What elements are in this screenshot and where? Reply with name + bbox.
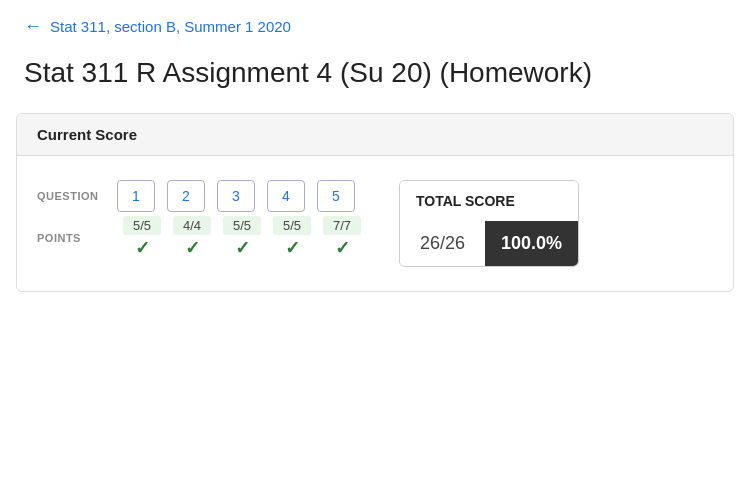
- questions-table: QUESTION 1 2 3 4 5 POINTS 5/5 ✓ 4/4 ✓ 5/…: [37, 180, 367, 259]
- breadcrumb[interactable]: Stat 311, section B, Summer 1 2020: [50, 18, 291, 35]
- score-section: Current Score QUESTION 1 2 3 4 5 POINTS …: [16, 113, 734, 292]
- checkmark-3: ✓: [235, 237, 250, 259]
- question-cell-2[interactable]: 2: [167, 180, 205, 212]
- question-cell-5[interactable]: 5: [317, 180, 355, 212]
- page-title: Stat 311 R Assignment 4 (Su 20) (Homewor…: [0, 45, 750, 113]
- score-section-header: Current Score: [17, 114, 733, 156]
- points-value-2: 4/4: [173, 216, 211, 235]
- score-fraction: 26/26: [400, 221, 485, 266]
- total-score-value-row: 26/26 100.0%: [400, 221, 578, 266]
- checkmark-2: ✓: [185, 237, 200, 259]
- points-value-4: 5/5: [273, 216, 311, 235]
- question-cell-1[interactable]: 1: [117, 180, 155, 212]
- back-arrow-icon[interactable]: ←: [24, 16, 42, 37]
- checkmark-4: ✓: [285, 237, 300, 259]
- question-cell-4[interactable]: 4: [267, 180, 305, 212]
- total-score-box: TOTAL SCORE 26/26 100.0%: [399, 180, 579, 267]
- points-row-label: POINTS: [37, 232, 117, 244]
- score-content: QUESTION 1 2 3 4 5 POINTS 5/5 ✓ 4/4 ✓ 5/…: [17, 156, 733, 291]
- points-cell-1: 5/5 ✓: [117, 216, 167, 259]
- score-percent: 100.0%: [485, 221, 578, 266]
- points-value-1: 5/5: [123, 216, 161, 235]
- points-cell-5: 7/7 ✓: [317, 216, 367, 259]
- points-value-3: 5/5: [223, 216, 261, 235]
- points-value-5: 7/7: [323, 216, 361, 235]
- question-row-label: QUESTION: [37, 190, 117, 202]
- top-nav: ← Stat 311, section B, Summer 1 2020: [0, 0, 750, 45]
- checkmark-1: ✓: [135, 237, 150, 259]
- points-cell-3: 5/5 ✓: [217, 216, 267, 259]
- question-cell-3[interactable]: 3: [217, 180, 255, 212]
- points-cell-4: 5/5 ✓: [267, 216, 317, 259]
- points-cell-2: 4/4 ✓: [167, 216, 217, 259]
- checkmark-5: ✓: [335, 237, 350, 259]
- total-score-label: TOTAL SCORE: [400, 181, 578, 221]
